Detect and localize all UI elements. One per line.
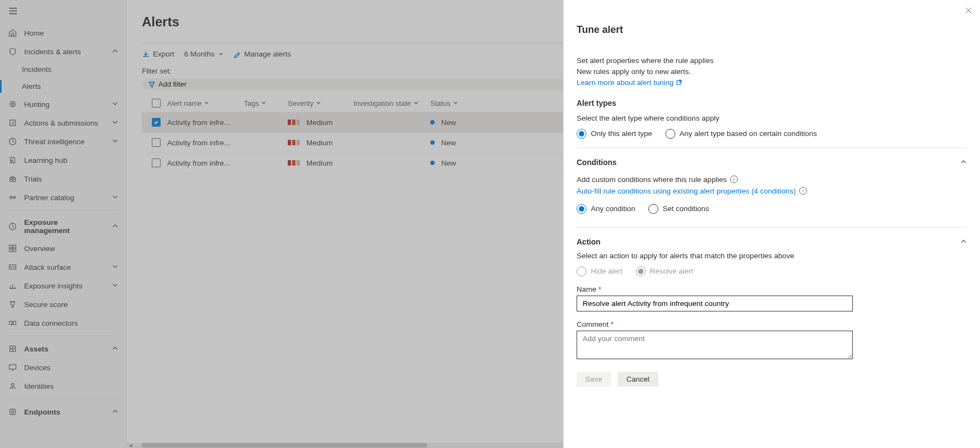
nav-item-overview[interactable]: Overview xyxy=(0,239,126,258)
manage-alerts-label: Manage alerts xyxy=(244,50,292,58)
nav-label: Devices xyxy=(24,364,118,372)
nav-label: Hunting xyxy=(24,100,105,109)
svg-point-4 xyxy=(12,103,14,105)
radio-only-this-alert[interactable]: Only this alert type xyxy=(577,129,652,139)
grid-icon xyxy=(8,243,18,253)
info-icon[interactable]: i xyxy=(799,187,807,195)
col-investigation[interactable]: Investigation state xyxy=(354,99,430,107)
cell-alert-name: Activity from infre... xyxy=(167,139,244,147)
nav-item-endpoints[interactable]: Endpoints xyxy=(0,402,126,421)
cancel-button[interactable]: Cancel xyxy=(618,372,658,387)
learn-more-link[interactable]: Learn more about alert tuning xyxy=(577,78,682,87)
nav-label: Alerts xyxy=(22,82,118,90)
col-alert-name[interactable]: Alert name xyxy=(167,99,244,107)
conditions-section-toggle[interactable]: Conditions xyxy=(577,152,967,172)
comment-textarea[interactable] xyxy=(577,331,853,359)
radio-any-condition[interactable]: Any condition xyxy=(577,204,635,214)
svg-point-8 xyxy=(10,196,12,199)
nav-item-hunting[interactable]: Hunting xyxy=(0,95,126,114)
panel-title: Tune alert xyxy=(577,24,967,36)
cell-alert-name: Activity from infre... xyxy=(167,118,244,127)
identity-icon xyxy=(8,381,18,391)
action-icon xyxy=(8,118,18,128)
nav-label: Secure score xyxy=(24,300,118,309)
chevron-icon xyxy=(112,408,118,416)
save-button[interactable]: Save xyxy=(577,372,611,387)
col-status[interactable]: Status xyxy=(430,99,480,107)
radio-set-conditions[interactable]: Set conditions xyxy=(648,204,709,214)
nav-item-exposure-insights[interactable]: Exposure insights xyxy=(0,276,126,295)
chevron-icon xyxy=(112,194,118,202)
nav-label: Data connectors xyxy=(24,319,118,327)
radio-any-alert-type[interactable]: Any alert type based on certain conditio… xyxy=(665,129,817,139)
manage-alerts-button[interactable]: Manage alerts xyxy=(233,50,292,58)
trophy-icon xyxy=(8,299,18,309)
nav-item-threat-intelligence[interactable]: Threat intelligence xyxy=(0,132,126,151)
nav-item-partner-catalog[interactable]: Partner catalog xyxy=(0,188,126,207)
chevron-icon xyxy=(112,138,118,146)
nav-item-home[interactable]: Home xyxy=(0,24,126,42)
nav-label: Identities xyxy=(24,382,118,390)
nav-item-assets[interactable]: Assets xyxy=(0,339,126,358)
alert-types-help: Select the alert type where conditions a… xyxy=(577,114,967,122)
nav-label: Assets xyxy=(24,345,105,353)
close-button[interactable] xyxy=(965,7,972,16)
row-checkbox[interactable] xyxy=(152,118,161,127)
select-all-checkbox[interactable] xyxy=(152,99,161,107)
comment-field-label: Comment * xyxy=(577,320,967,328)
surface-icon xyxy=(8,262,18,272)
nav-item-incidents-alerts[interactable]: Incidents & alerts xyxy=(0,42,126,61)
nav-item-trials[interactable]: Trials xyxy=(0,169,126,188)
row-checkbox[interactable] xyxy=(152,138,161,147)
nav-label: Actions & submissions xyxy=(24,119,105,127)
alert-types-heading: Alert types xyxy=(577,99,967,107)
nav-item-devices[interactable]: Devices xyxy=(0,358,126,377)
row-checkbox[interactable] xyxy=(152,158,161,167)
endpoint-icon xyxy=(8,407,18,417)
nav-label: Exposure insights xyxy=(24,282,105,290)
connector-icon xyxy=(8,318,18,328)
chevron-up-icon xyxy=(960,237,967,246)
nav-label: Learning hub xyxy=(24,156,118,165)
chevron-icon xyxy=(112,48,118,56)
time-range-dropdown[interactable]: 6 Months xyxy=(184,50,224,58)
nav-item-alerts[interactable]: Alerts xyxy=(0,78,126,95)
nav-item-exposure-management[interactable]: Exposure management xyxy=(0,214,126,239)
autofill-conditions-link[interactable]: Auto-fill rule conditions using existing… xyxy=(577,187,796,195)
clock-icon xyxy=(8,222,18,231)
export-label: Export xyxy=(153,50,174,58)
conditions-help: Add custom conditions where this rule ap… xyxy=(577,175,727,184)
svg-rect-14 xyxy=(13,249,16,252)
hamburger-menu[interactable] xyxy=(0,0,126,24)
col-severity[interactable]: Severity xyxy=(288,99,354,107)
gift-icon xyxy=(8,174,18,184)
chevron-icon xyxy=(112,263,118,271)
col-tags[interactable]: Tags xyxy=(244,99,288,107)
chevron-icon xyxy=(112,282,118,290)
action-heading: Action xyxy=(577,237,601,246)
shield-icon xyxy=(8,47,18,56)
svg-rect-16 xyxy=(9,321,12,325)
nav-item-actions-submissions[interactable]: Actions & submissions xyxy=(0,114,126,132)
nav-item-attack-surface[interactable]: Attack surface xyxy=(0,258,126,276)
intel-icon xyxy=(8,137,18,146)
name-input[interactable] xyxy=(577,296,853,311)
chevron-icon xyxy=(112,119,118,127)
nav-item-learning-hub[interactable]: Learning hub xyxy=(0,151,126,169)
nav-item-data-connectors[interactable]: Data connectors xyxy=(0,314,126,332)
chevron-icon xyxy=(112,223,118,231)
action-help: Select an action to apply for alerts tha… xyxy=(577,252,967,260)
svg-rect-17 xyxy=(13,321,16,325)
panel-desc-1: Set alert properties where the rule appl… xyxy=(577,55,967,66)
insights-icon xyxy=(8,281,18,291)
radio-resolve-alert: Resolve alert xyxy=(636,266,693,276)
info-icon[interactable]: i xyxy=(730,175,738,183)
nav-item-identities[interactable]: Identities xyxy=(0,377,126,395)
action-section-toggle[interactable]: Action xyxy=(577,232,967,252)
sidebar: HomeIncidents & alertsIncidentsAlertsHun… xyxy=(0,0,127,448)
cell-severity: Medium xyxy=(288,159,354,167)
nav-label: Partner catalog xyxy=(24,194,105,202)
export-button[interactable]: Export xyxy=(142,50,174,58)
nav-item-secure-score[interactable]: Secure score xyxy=(0,295,126,314)
nav-item-incidents[interactable]: Incidents xyxy=(0,61,126,78)
